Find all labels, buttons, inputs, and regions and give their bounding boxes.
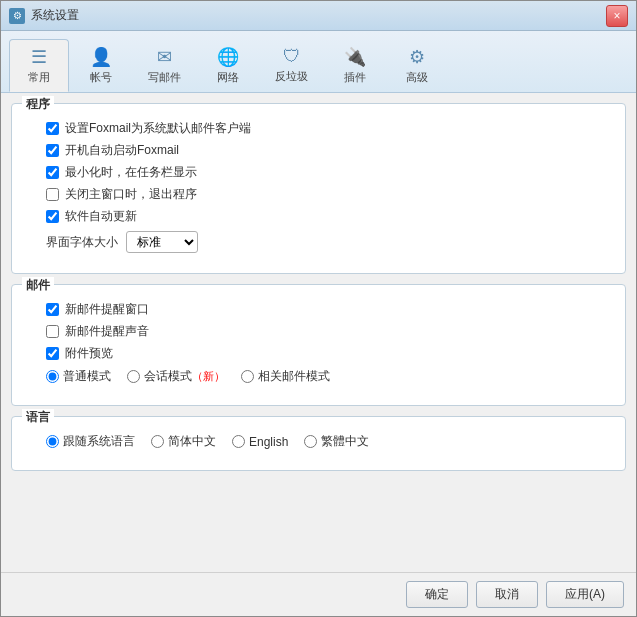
program-section-title: 程序 <box>22 96 54 113</box>
content-area: 程序 设置Foxmail为系统默认邮件客户端 开机自动启动Foxmail 最小化… <box>1 93 636 572</box>
tab-plugins[interactable]: 🔌 插件 <box>325 39 385 92</box>
mail-section: 邮件 新邮件提醒窗口 新邮件提醒声音 附件预览 普通模式 <box>11 284 626 406</box>
program-section: 程序 设置Foxmail为系统默认邮件客户端 开机自动启动Foxmail 最小化… <box>11 103 626 274</box>
radio-traditional-chinese[interactable] <box>304 435 317 448</box>
checkbox-row-new-mail-sound: 新邮件提醒声音 <box>46 323 591 340</box>
language-section-content: 跟随系统语言 简体中文 English 繁體中文 <box>26 433 611 450</box>
language-section: 语言 跟随系统语言 简体中文 English <box>11 416 626 471</box>
checkbox-auto-start[interactable] <box>46 144 59 157</box>
label-auto-update: 软件自动更新 <box>65 208 137 225</box>
label-new-mail-sound: 新邮件提醒声音 <box>65 323 149 340</box>
label-english: English <box>249 435 288 449</box>
tab-antispam-label: 反垃圾 <box>275 69 308 84</box>
label-simplified-chinese: 简体中文 <box>168 433 216 450</box>
radio-simplified-chinese[interactable] <box>151 435 164 448</box>
tab-general[interactable]: ☰ 常用 <box>9 39 69 92</box>
tab-advanced-label: 高级 <box>406 70 428 85</box>
footer: 确定 取消 应用(A) <box>1 572 636 616</box>
tab-bar: ☰ 常用 👤 帐号 ✉ 写邮件 🌐 网络 🛡 反垃圾 🔌 插件 ⚙ 高级 <box>1 31 636 93</box>
tab-account-label: 帐号 <box>90 70 112 85</box>
language-options-row: 跟随系统语言 简体中文 English 繁體中文 <box>46 433 591 450</box>
radio-option-conversation[interactable]: 会话模式（新） <box>127 368 225 385</box>
tab-account[interactable]: 👤 帐号 <box>71 39 131 92</box>
checkbox-row-auto-start: 开机自动启动Foxmail <box>46 142 591 159</box>
tab-plugins-label: 插件 <box>344 70 366 85</box>
checkbox-row-close-exit: 关闭主窗口时，退出程序 <box>46 186 591 203</box>
title-bar: ⚙ 系统设置 × <box>1 1 636 31</box>
tab-antispam[interactable]: 🛡 反垃圾 <box>260 39 323 92</box>
tab-compose[interactable]: ✉ 写邮件 <box>133 39 196 92</box>
checkbox-row-minimize-taskbar: 最小化时，在任务栏显示 <box>46 164 591 181</box>
radio-follow-system[interactable] <box>46 435 59 448</box>
font-size-select[interactable]: 标准 大 小 <box>126 231 198 253</box>
radio-option-related[interactable]: 相关邮件模式 <box>241 368 330 385</box>
tab-network[interactable]: 🌐 网络 <box>198 39 258 92</box>
checkbox-row-new-mail-popup: 新邮件提醒窗口 <box>46 301 591 318</box>
label-minimize-taskbar: 最小化时，在任务栏显示 <box>65 164 197 181</box>
label-close-exit: 关闭主窗口时，退出程序 <box>65 186 197 203</box>
main-window: ⚙ 系统设置 × ☰ 常用 👤 帐号 ✉ 写邮件 🌐 网络 🛡 反垃圾 🔌 插件 <box>0 0 637 617</box>
checkbox-auto-update[interactable] <box>46 210 59 223</box>
checkbox-default-client[interactable] <box>46 122 59 135</box>
checkbox-minimize-taskbar[interactable] <box>46 166 59 179</box>
ok-button[interactable]: 确定 <box>406 581 468 608</box>
label-default-client: 设置Foxmail为系统默认邮件客户端 <box>65 120 251 137</box>
close-button[interactable]: × <box>606 5 628 27</box>
label-related-mode: 相关邮件模式 <box>258 368 330 385</box>
antispam-icon: 🛡 <box>283 46 301 67</box>
radio-related[interactable] <box>241 370 254 383</box>
apply-button[interactable]: 应用(A) <box>546 581 624 608</box>
label-normal-mode: 普通模式 <box>63 368 111 385</box>
checkbox-close-exit[interactable] <box>46 188 59 201</box>
radio-conversation[interactable] <box>127 370 140 383</box>
mail-section-content: 新邮件提醒窗口 新邮件提醒声音 附件预览 普通模式 <box>26 301 611 385</box>
checkbox-attachment-preview[interactable] <box>46 347 59 360</box>
language-section-title: 语言 <box>22 409 54 426</box>
tab-network-label: 网络 <box>217 70 239 85</box>
new-badge: （新） <box>192 370 225 382</box>
checkbox-new-mail-popup[interactable] <box>46 303 59 316</box>
tab-general-label: 常用 <box>28 70 50 85</box>
program-section-content: 设置Foxmail为系统默认邮件客户端 开机自动启动Foxmail 最小化时，在… <box>26 120 611 253</box>
cancel-button[interactable]: 取消 <box>476 581 538 608</box>
window-icon: ⚙ <box>9 8 25 24</box>
radio-option-traditional-chinese[interactable]: 繁體中文 <box>304 433 369 450</box>
label-auto-start: 开机自动启动Foxmail <box>65 142 179 159</box>
mail-section-title: 邮件 <box>22 277 54 294</box>
account-icon: 👤 <box>90 46 112 68</box>
checkbox-row-attachment-preview: 附件预览 <box>46 345 591 362</box>
window-title: 系统设置 <box>31 7 606 24</box>
network-icon: 🌐 <box>217 46 239 68</box>
font-size-row: 界面字体大小 标准 大 小 <box>46 231 591 253</box>
advanced-icon: ⚙ <box>409 46 425 68</box>
radio-option-follow-system[interactable]: 跟随系统语言 <box>46 433 135 450</box>
radio-option-simplified-chinese[interactable]: 简体中文 <box>151 433 216 450</box>
label-traditional-chinese: 繁體中文 <box>321 433 369 450</box>
compose-icon: ✉ <box>157 46 172 68</box>
checkbox-row-default-client: 设置Foxmail为系统默认邮件客户端 <box>46 120 591 137</box>
label-new-mail-popup: 新邮件提醒窗口 <box>65 301 149 318</box>
plugins-icon: 🔌 <box>344 46 366 68</box>
radio-option-english[interactable]: English <box>232 435 288 449</box>
radio-normal[interactable] <box>46 370 59 383</box>
label-attachment-preview: 附件预览 <box>65 345 113 362</box>
label-follow-system: 跟随系统语言 <box>63 433 135 450</box>
tab-advanced[interactable]: ⚙ 高级 <box>387 39 447 92</box>
tab-compose-label: 写邮件 <box>148 70 181 85</box>
font-size-label: 界面字体大小 <box>46 234 118 251</box>
radio-english[interactable] <box>232 435 245 448</box>
radio-option-normal[interactable]: 普通模式 <box>46 368 111 385</box>
view-mode-row: 普通模式 会话模式（新） 相关邮件模式 <box>46 368 591 385</box>
label-conversation-mode: 会话模式（新） <box>144 368 225 385</box>
checkbox-new-mail-sound[interactable] <box>46 325 59 338</box>
checkbox-row-auto-update: 软件自动更新 <box>46 208 591 225</box>
general-icon: ☰ <box>31 46 47 68</box>
